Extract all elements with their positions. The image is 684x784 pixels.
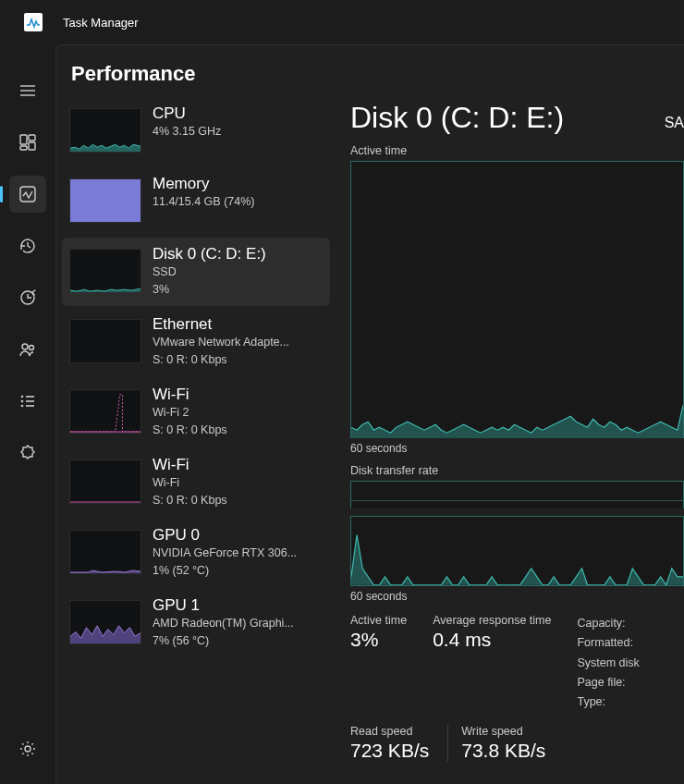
perf-item-title: GPU 0 — [153, 526, 323, 545]
perf-thumb — [69, 249, 141, 293]
perf-thumb — [69, 530, 141, 574]
stats-primary: Active time 3% Average response time 0.4… — [350, 614, 684, 712]
perf-item-wi-fi[interactable]: Wi-Fi Wi-Fi S: 0 R: 0 Kbps — [62, 448, 330, 517]
nav-app-history[interactable] — [9, 227, 46, 264]
perf-item-sub2: S: 0 R: 0 Kbps — [153, 351, 323, 369]
stat-read-speed-value: 723 KB/s — [350, 740, 429, 762]
perf-item-memory[interactable]: Memory 11.4/15.4 GB (74%) — [62, 167, 330, 236]
svg-rect-5 — [29, 142, 35, 150]
side-systemdisk-label: System disk — [577, 654, 639, 673]
nav-processes[interactable] — [9, 124, 46, 161]
perf-thumb — [69, 319, 141, 363]
chart-active-time-label: Active time — [350, 144, 684, 157]
performance-sidebar: CPU 4% 3.15 GHz Memory 11.4/15.4 GB (74%… — [56, 97, 330, 784]
perf-item-sub1: Wi-Fi 2 — [153, 404, 323, 422]
svg-point-15 — [22, 406, 23, 407]
perf-item-sub2: 7% (56 °C) — [153, 632, 323, 650]
perf-item-title: Wi-Fi — [153, 456, 323, 474]
stat-read-speed-label: Read speed — [350, 725, 429, 738]
chart-active-time-axis: 60 seconds — [350, 442, 684, 455]
chart-active-time — [350, 161, 684, 438]
perf-item-sub1: Wi-Fi — [153, 474, 323, 492]
svg-rect-7 — [20, 187, 35, 202]
svg-point-10 — [30, 346, 34, 350]
perf-item-sub2: S: 0 R: 0 Kbps — [153, 422, 323, 439]
settings-button[interactable] — [9, 730, 46, 767]
detail-model: SA — [665, 115, 684, 131]
chart-transfer — [350, 516, 684, 586]
perf-item-sub1: NVIDIA GeForce RTX 306... — [153, 545, 323, 562]
stat-write-speed-value: 73.8 KB/s — [461, 740, 545, 762]
stat-active-time-value: 3% — [350, 629, 407, 651]
perf-thumb — [69, 389, 141, 434]
perf-thumb — [69, 459, 141, 504]
nav-startup[interactable] — [9, 279, 46, 316]
page-title: Performance — [56, 45, 684, 97]
perf-item-cpu[interactable]: CPU 4% 3.15 GHz — [62, 97, 330, 165]
perf-item-sub1: 11.4/15.4 GB (74%) — [153, 193, 323, 211]
nav-users[interactable] — [9, 331, 46, 368]
detail-pane: Disk 0 (C: D: E:) SA Active time 60 seco… — [330, 97, 684, 784]
perf-item-title: Disk 0 (C: D: E:) — [153, 245, 323, 263]
detail-title: Disk 0 (C: D: E:) — [350, 101, 564, 135]
stat-response-time-value: 0.4 ms — [433, 629, 551, 651]
app-title: Task Manager — [63, 16, 139, 30]
nav-rail — [0, 44, 55, 784]
perf-item-title: GPU 1 — [153, 596, 323, 615]
svg-rect-6 — [20, 146, 27, 150]
perf-thumb — [69, 108, 141, 153]
hamburger-menu-button[interactable] — [9, 72, 46, 109]
stat-write-speed-label: Write speed — [461, 725, 545, 738]
nav-details[interactable] — [9, 383, 46, 420]
chart-transfer-axis: 60 seconds — [350, 590, 684, 603]
chart-transfer-label: Disk transfer rate — [350, 464, 684, 477]
perf-item-ethernet[interactable]: Ethernet VMware Network Adapte... S: 0 R… — [62, 308, 330, 376]
perf-item-title: Wi-Fi — [153, 386, 323, 404]
perf-thumb — [69, 600, 141, 644]
app-icon — [24, 13, 43, 31]
svg-point-11 — [22, 397, 23, 398]
titlebar: Task Manager — [0, 0, 684, 44]
stat-response-time-label: Average response time — [433, 614, 551, 627]
stats-secondary: Read speed 723 KB/s Write speed 73.8 KB/… — [350, 725, 684, 762]
perf-item-sub2: 1% (52 °C) — [153, 562, 323, 580]
nav-services[interactable] — [9, 435, 46, 472]
stat-active-time-label: Active time — [350, 614, 407, 627]
perf-item-sub1: VMware Network Adapte... — [153, 334, 323, 351]
content-area: Performance CPU 4% 3.15 GHz Memory 11.4/… — [55, 44, 684, 784]
chart-transfer-read — [350, 481, 684, 508]
svg-point-17 — [25, 746, 31, 752]
perf-item-sub2: 3% — [153, 281, 323, 299]
perf-item-wi-fi[interactable]: Wi-Fi Wi-Fi 2 S: 0 R: 0 Kbps — [62, 378, 330, 447]
side-type-label: Type: — [577, 692, 639, 712]
side-pagefile-label: Page file: — [577, 673, 639, 692]
perf-item-gpu-1[interactable]: GPU 1 AMD Radeon(TM) Graphi... 7% (56 °C… — [62, 589, 330, 657]
nav-performance[interactable] — [9, 176, 46, 213]
perf-item-gpu-0[interactable]: GPU 0 NVIDIA GeForce RTX 306... 1% (52 °… — [62, 519, 330, 587]
perf-item-sub1: SSD — [153, 263, 323, 281]
side-capacity-label: Capacity: — [577, 614, 639, 633]
svg-rect-4 — [29, 135, 35, 141]
perf-item-sub2: S: 0 R: 0 Kbps — [153, 492, 323, 509]
svg-point-13 — [22, 401, 23, 402]
perf-item-title: CPU — [153, 104, 323, 123]
side-formatted-label: Formatted: — [577, 633, 639, 653]
svg-point-9 — [22, 344, 28, 349]
perf-item-disk-0-c-d-e-[interactable]: Disk 0 (C: D: E:) SSD 3% — [62, 238, 330, 306]
perf-item-title: Ethernet — [153, 315, 323, 334]
perf-item-title: Memory — [153, 175, 323, 193]
perf-item-sub1: 4% 3.15 GHz — [153, 123, 323, 141]
svg-rect-3 — [20, 135, 27, 144]
perf-item-sub1: AMD Radeon(TM) Graphi... — [153, 615, 323, 632]
perf-thumb — [69, 178, 141, 223]
